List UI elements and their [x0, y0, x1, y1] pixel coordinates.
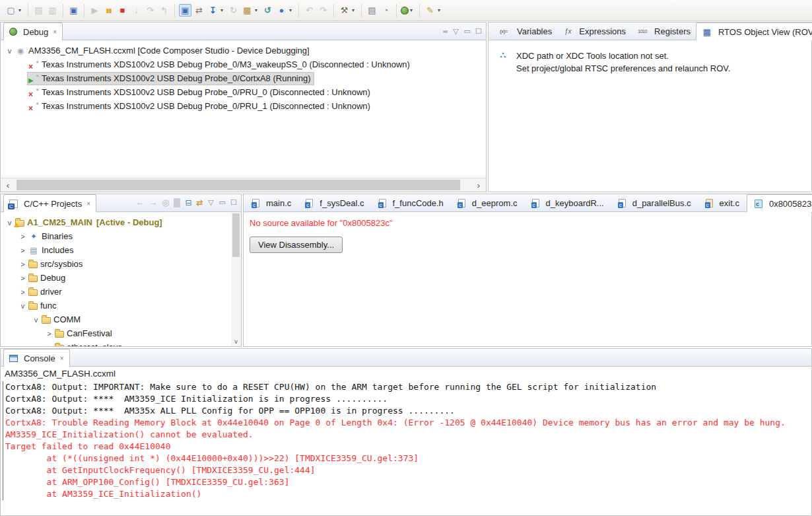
- project-tree-row[interactable]: > Includes: [1, 243, 241, 257]
- view-tab[interactable]: Registers: [631, 22, 696, 40]
- editor-tab[interactable]: d_parallelBus.c: [611, 194, 698, 211]
- project-tree-row[interactable]: > driver: [1, 285, 241, 299]
- minimize-icon[interactable]: ▭: [464, 27, 471, 36]
- toolbar-button[interactable]: [60, 4, 66, 17]
- project-tree-row[interactable]: v A1_CM25_MAIN [Active - Debug]: [1, 215, 241, 229]
- new-target-config-icon[interactable]: ●: [275, 4, 288, 17]
- view-menu-icon[interactable]: ▽: [208, 198, 215, 207]
- load-program-icon[interactable]: ↧: [207, 4, 219, 17]
- scrollbar-thumb[interactable]: [17, 180, 460, 190]
- dropdown-arrow-icon[interactable]: ▾: [255, 7, 260, 13]
- profiler-icon[interactable]: ◔: [380, 4, 392, 17]
- tab-cpp-projects[interactable]: C/C++ Projects ×: [3, 194, 96, 212]
- dropdown-arrow-icon[interactable]: ▾: [352, 7, 357, 13]
- expander-icon[interactable]: >: [18, 233, 28, 240]
- tab-console[interactable]: Console ×: [3, 349, 70, 367]
- toolbar-button[interactable]: ▮▮: [102, 4, 115, 17]
- expander-icon[interactable]: v: [18, 302, 28, 310]
- project-tree-row[interactable]: > Binaries: [1, 229, 241, 243]
- toolbar-button[interactable]: ▣: [179, 4, 191, 17]
- undo-icon[interactable]: ↶: [303, 4, 316, 17]
- toolbar-button[interactable]: ▤: [32, 4, 45, 17]
- scroll-right-icon[interactable]: ›: [471, 178, 486, 192]
- toolbar-button[interactable]: [331, 4, 337, 17]
- terminate-icon[interactable]: ■: [116, 4, 129, 17]
- expander-icon[interactable]: >: [44, 330, 54, 338]
- source-lookup-icon[interactable]: ⇄: [193, 4, 205, 17]
- toolbar-button[interactable]: ↷: [144, 4, 156, 17]
- expander-icon[interactable]: v: [5, 47, 15, 55]
- save-all-icon[interactable]: ▥: [46, 4, 59, 17]
- toolbar-button[interactable]: ✎ ▾: [424, 4, 443, 17]
- debug-launch-icon[interactable]: [401, 7, 409, 15]
- expander-icon[interactable]: >: [18, 260, 28, 268]
- toolbar-button[interactable]: ▤: [366, 4, 378, 17]
- toolbar-button[interactable]: ▾: [401, 7, 415, 15]
- close-icon[interactable]: ×: [53, 28, 57, 36]
- maximize-icon[interactable]: ☐: [230, 198, 237, 207]
- dropdown-arrow-icon[interactable]: ▾: [410, 7, 415, 13]
- suspend-icon[interactable]: ▮▮: [102, 4, 115, 17]
- redo-icon[interactable]: ↷: [317, 4, 329, 17]
- toolbar-button[interactable]: ● ▾: [275, 4, 294, 17]
- scroll-down-icon[interactable]: ∨: [231, 338, 241, 345]
- save-icon[interactable]: ▤: [32, 4, 45, 17]
- debug-tree-row[interactable]: v AM3356_CM_FLASH.ccxml [Code Composer S…: [1, 44, 486, 57]
- collapse-all-icon[interactable]: ⊟: [185, 198, 191, 207]
- forward-icon[interactable]: →: [149, 198, 157, 207]
- dropdown-arrow-icon[interactable]: ▾: [220, 7, 226, 13]
- scroll-left-icon[interactable]: ‹: [1, 178, 15, 192]
- toolbar-button[interactable]: [25, 4, 31, 17]
- dropdown-arrow-icon[interactable]: ▾: [289, 7, 294, 13]
- editor-tab[interactable]: d_eeprom.c: [451, 194, 525, 211]
- tab-debug[interactable]: Debug ×: [3, 22, 63, 40]
- editor-tab[interactable]: main.c: [245, 194, 298, 211]
- expander-icon[interactable]: v: [5, 219, 15, 227]
- dropdown-arrow-icon[interactable]: ▾: [18, 7, 24, 13]
- view-menu-icon[interactable]: ▽: [453, 27, 459, 36]
- toolbar-button[interactable]: [417, 4, 423, 17]
- project-tree-row[interactable]: > CanFestival: [1, 326, 241, 340]
- remove-all-icon[interactable]: ××: [442, 28, 448, 35]
- toolbar-button[interactable]: [296, 4, 302, 17]
- toolbar-button[interactable]: ▣: [67, 4, 80, 17]
- toolbar-button[interactable]: ↓: [130, 4, 143, 17]
- debug-tree-row[interactable]: Texas Instruments XDS100v2 USB Debug Pro…: [1, 99, 486, 113]
- close-icon[interactable]: ×: [86, 200, 90, 207]
- debug-tree-row[interactable]: Texas Instruments XDS100v2 USB Debug Pro…: [1, 57, 486, 71]
- project-tree-row[interactable]: v func: [1, 299, 241, 313]
- view-disassembly-button[interactable]: View Disassembly...: [250, 237, 343, 253]
- expander-icon[interactable]: >: [18, 274, 28, 282]
- memory-browser-icon[interactable]: ▤: [366, 4, 378, 17]
- project-tree-row[interactable]: > src/sysbios: [1, 257, 241, 271]
- flash-device-icon[interactable]: ▦: [241, 4, 254, 17]
- toolbar-button[interactable]: ↷: [317, 4, 329, 17]
- toolbar-button[interactable]: [358, 4, 364, 17]
- up-icon[interactable]: ◎: [162, 198, 169, 207]
- toolbar-button[interactable]: ↰: [158, 4, 170, 17]
- toolbar-button[interactable]: ↺: [261, 4, 274, 17]
- step-return-icon[interactable]: ↰: [158, 4, 170, 17]
- toolbar-button[interactable]: ■: [116, 4, 129, 17]
- toolbar-button[interactable]: ⇄: [193, 4, 205, 17]
- editor-tab[interactable]: 0x8005823c: [747, 194, 812, 212]
- new-wizard-icon[interactable]: ▢: [5, 4, 17, 17]
- expander-icon[interactable]: >: [18, 288, 28, 296]
- run-script-icon[interactable]: ✎: [424, 4, 436, 17]
- toolbar-button[interactable]: ▥: [46, 4, 59, 17]
- link-editor-icon[interactable]: ⇄: [197, 198, 203, 207]
- minimize-icon[interactable]: ▭: [219, 198, 226, 207]
- build-icon[interactable]: ⚒: [338, 4, 351, 17]
- toolbar-button[interactable]: [393, 4, 399, 17]
- restart-icon[interactable]: ↻: [227, 4, 240, 17]
- step-into-icon[interactable]: ↓: [130, 4, 143, 17]
- toolbar-button[interactable]: ↶: [303, 4, 316, 17]
- connect-target-icon[interactable]: ▣: [179, 4, 191, 17]
- resume-icon[interactable]: ▶: [88, 4, 101, 17]
- toolbar-button[interactable]: ▢ ▾: [5, 4, 24, 17]
- project-tree-row[interactable]: > ethercat_slave: [1, 340, 241, 346]
- editor-tab[interactable]: f_sysDeal.c: [298, 194, 371, 211]
- view-tab[interactable]: Variables: [491, 22, 557, 40]
- console-output[interactable]: CortxA8: Output: IMPORTANT: Make sure to…: [1, 380, 811, 500]
- debug-tree-row[interactable]: Texas Instruments XDS100v2 USB Debug Pro…: [1, 71, 486, 85]
